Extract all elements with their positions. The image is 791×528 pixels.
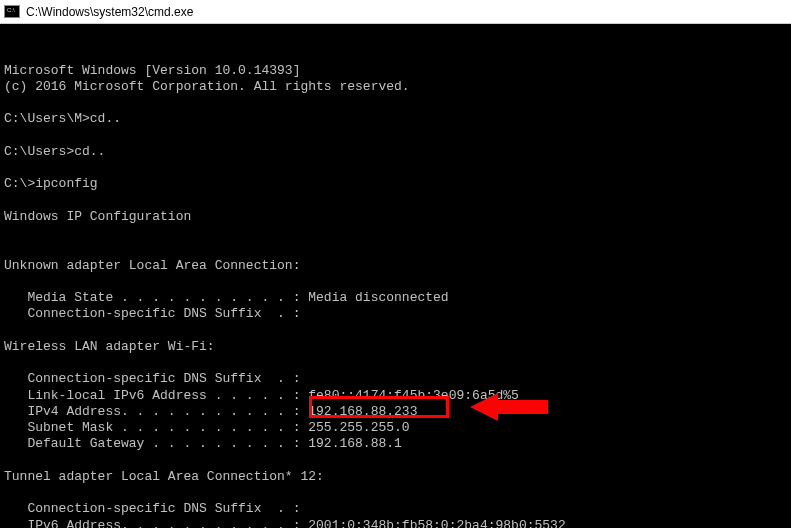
console-line: Subnet Mask . . . . . . . . . . . : 255.…	[4, 420, 410, 435]
console-line: (c) 2016 Microsoft Corporation. All righ…	[4, 79, 410, 94]
console-line: Wireless LAN adapter Wi-Fi:	[4, 339, 215, 354]
console-line: Connection-specific DNS Suffix . :	[4, 306, 300, 321]
window-titlebar[interactable]: C:\ C:\Windows\system32\cmd.exe	[0, 0, 791, 24]
console-line: Connection-specific DNS Suffix . :	[4, 501, 300, 516]
console-line: Default Gateway . . . . . . . . . : 192.…	[4, 436, 402, 451]
console-line: C:\Users\M>cd..	[4, 111, 121, 126]
console-line: Connection-specific DNS Suffix . :	[4, 371, 300, 386]
console-line: Windows IP Configuration	[4, 209, 191, 224]
console-line: C:\Users>cd..	[4, 144, 105, 159]
console-line: Tunnel adapter Local Area Connection* 12…	[4, 469, 324, 484]
console-line: Unknown adapter Local Area Connection:	[4, 258, 300, 273]
console-area[interactable]: Microsoft Windows [Version 10.0.14393] (…	[0, 24, 791, 528]
cmd-icon-text: C:\	[7, 7, 15, 13]
console-line: Media State . . . . . . . . . . . : Medi…	[4, 290, 449, 305]
console-line: C:\>ipconfig	[4, 176, 98, 191]
window-title: C:\Windows\system32\cmd.exe	[26, 5, 193, 19]
console-line: IPv6 Address. . . . . . . . . . . : 2001…	[4, 518, 566, 529]
console-line: IPv4 Address. . . . . . . . . . . : 192.…	[4, 404, 417, 419]
console-line: Microsoft Windows [Version 10.0.14393]	[4, 63, 300, 78]
console-content: Microsoft Windows [Version 10.0.14393] (…	[4, 63, 787, 529]
cmd-icon: C:\	[4, 5, 20, 18]
console-line: Link-local IPv6 Address . . . . . : fe80…	[4, 388, 519, 403]
